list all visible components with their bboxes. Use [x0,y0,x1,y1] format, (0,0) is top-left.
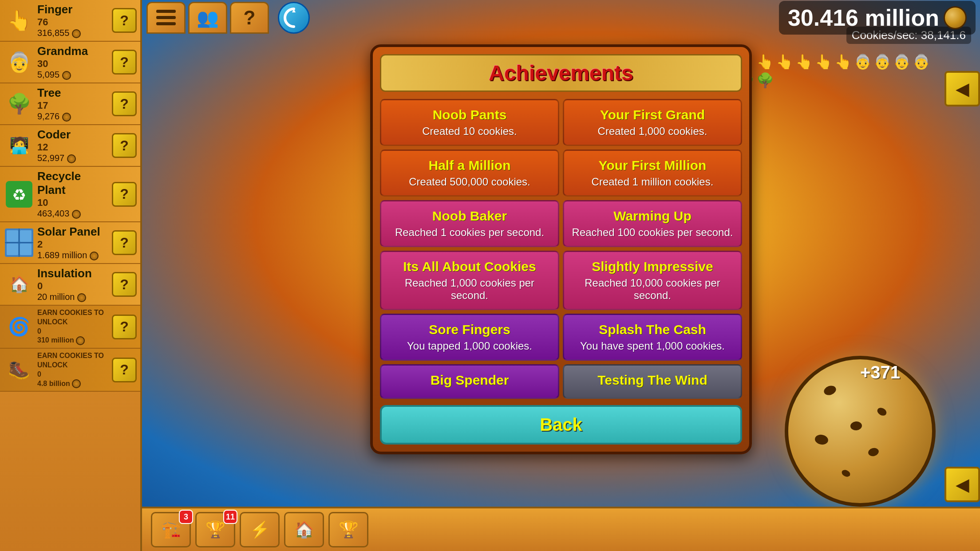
all-about-name: Its All About Cookies [387,259,552,274]
sidebar-item-coder[interactable]: 🧑‍💻 Coder 12 52,997 ? [0,125,140,167]
first-million-desc: Created 1 million cookies. [570,176,735,188]
sidebar-item-tree[interactable]: 🌳 Tree 17 9,276 ? [0,83,140,125]
big-spender-name: Big Spender [387,373,552,388]
solar-count: 2 [37,239,112,250]
svg-rect-6 [20,244,32,255]
noob-baker-name: Noob Baker [387,209,552,224]
slightly-impressive-name: Slightly Impressive [570,259,735,274]
achievements-modal: Achievements Noob Pants Created 10 cooki… [370,44,752,454]
recycle-name: Recycle Plant [37,169,112,197]
sore-fingers-name: Sore Fingers [387,322,552,337]
help-tab[interactable]: ? [230,2,269,34]
first-grand-desc: Created 1,000 cookies. [570,125,735,138]
wind-icon: 🌀 [4,311,35,342]
coder-info-button[interactable]: ? [112,133,137,158]
locked-1-text: EARN COOKIES TO UNLOCK 0 310 million [37,308,112,345]
sidebar: 👆 Finger 76 316,855 ? 👵 Grandma 30 5,095… [0,0,142,551]
warming-up-name: Warming Up [570,209,735,224]
grandma-count: 30 [37,58,112,70]
modal-title: Achievements [381,61,741,85]
people-tab[interactable]: 👥 [188,2,227,34]
first-million-name: Your First Million [570,158,735,173]
noob-pants-desc: Created 10 cookies. [387,125,552,138]
sidebar-item-finger[interactable]: 👆 Finger 76 316,855 ? [0,0,140,42]
finger-count: 76 [37,16,112,28]
coder-cost: 52,997 [37,153,112,163]
achievement-first-grand: Your First Grand Created 1,000 cookies. [563,99,742,146]
slightly-impressive-desc: Reached 10,000 cookies per second. [570,277,735,302]
svg-rect-9 [156,10,176,13]
half-million-name: Half a Million [387,158,552,173]
svg-rect-11 [156,22,176,25]
grandma-cost: 5,095 [37,70,112,80]
insulation-count: 0 [37,280,112,292]
svg-text:♻: ♻ [12,186,26,204]
insulation-icon: 🏠 [4,269,35,300]
spinner-icon[interactable] [278,2,310,34]
achievement-slightly-impressive: Slightly Impressive Reached 10,000 cooki… [563,251,742,310]
noob-baker-desc: Reached 1 cookies per second. [387,226,552,239]
sidebar-item-grandma[interactable]: 👵 Grandma 30 5,095 ? [0,42,140,83]
tree-info-button[interactable]: ? [112,91,137,116]
achievement-warming-up: Warming Up Reached 100 cookies per secon… [563,200,742,247]
locked-2-info-button[interactable]: ? [112,358,137,382]
modal-overlay: Achievements Noob Pants Created 10 cooki… [142,35,980,551]
sidebar-item-insulation[interactable]: 🏠 Insulation 0 20 million ? [0,264,140,306]
achievement-testing-wind: Testing The Wind [563,364,742,399]
recycle-info-button[interactable]: ? [112,182,137,207]
all-about-desc: Reached 1,000 cookies per second. [387,277,552,302]
insulation-info-button[interactable]: ? [112,272,137,297]
grandma-icon: 👵 [4,47,35,78]
finger-info-button[interactable]: ? [112,8,137,33]
finger-icon: 👆 [4,5,35,36]
achievements-scroll[interactable]: Noob Pants Created 10 cookies. Your Firs… [380,99,742,405]
splash-cash-name: Splash The Cash [570,322,735,337]
insulation-cost: 20 million [37,292,112,302]
locked-1-info-button[interactable]: ? [112,315,137,339]
modal-title-bar: Achievements [380,54,742,92]
svg-rect-3 [7,230,18,242]
grandma-name: Grandma [37,44,112,58]
locked-2-text: EARN COOKIES TO UNLOCK 0 4.8 billion [37,351,112,388]
achievement-sore-fingers: Sore Fingers You tapped 1,000 cookies. [380,314,559,361]
tree-icon: 🌳 [4,88,35,119]
insulation-name: Insulation [37,267,112,280]
sidebar-item-solar[interactable]: Solar Panel 2 1.689 million ? [0,222,140,264]
testing-wind-name: Testing The Wind [570,373,735,388]
solar-name: Solar Panel [37,225,112,239]
warming-up-desc: Reached 100 cookies per second. [570,226,735,239]
menu-tab[interactable] [146,2,186,34]
svg-rect-4 [20,230,32,242]
half-million-desc: Created 500,000 cookies. [387,176,552,188]
cookie-count-icon [944,6,967,29]
achievement-big-spender: Big Spender [380,364,559,399]
achievement-all-about-cookies: Its All About Cookies Reached 1,000 cook… [380,251,559,310]
noob-pants-name: Noob Pants [387,107,552,122]
achievement-noob-baker: Noob Baker Reached 1 cookies per second. [380,200,559,247]
achievement-half-million: Half a Million Created 500,000 cookies. [380,150,559,197]
solar-info-button[interactable]: ? [112,230,137,255]
achievement-splash-cash: Splash The Cash You have spent 1,000 coo… [563,314,742,361]
finger-cost: 316,855 [37,28,112,38]
achievements-grid: Noob Pants Created 10 cookies. Your Firs… [380,99,742,399]
recycle-count: 10 [37,197,112,209]
solar-cost: 1.689 million [37,250,112,260]
recycle-cost: 463,403 [37,209,112,219]
solar-icon [4,227,35,258]
coder-icon: 🧑‍💻 [4,130,35,161]
sidebar-item-locked-2: 🥾 EARN COOKIES TO UNLOCK 0 4.8 billion ? [0,349,140,392]
svg-rect-10 [156,16,176,19]
achievement-first-million: Your First Million Created 1 million coo… [563,150,742,197]
sidebar-item-recycle[interactable]: ♻ Recycle Plant 10 463,403 ? [0,167,140,222]
boots-icon: 🥾 [4,354,35,386]
tree-cost: 9,276 [37,111,112,122]
splash-cash-desc: You have spent 1,000 cookies. [570,340,735,352]
achievement-noob-pants: Noob Pants Created 10 cookies. [380,99,559,146]
header-tabs: 👥 ? [146,2,269,34]
tree-count: 17 [37,100,112,111]
tree-name: Tree [37,86,112,100]
back-button[interactable]: Back [380,405,742,445]
header: 👥 ? 30.416 million [142,0,980,35]
grandma-info-button[interactable]: ? [112,50,137,75]
cookie-count-display: 30.416 million [779,1,976,35]
